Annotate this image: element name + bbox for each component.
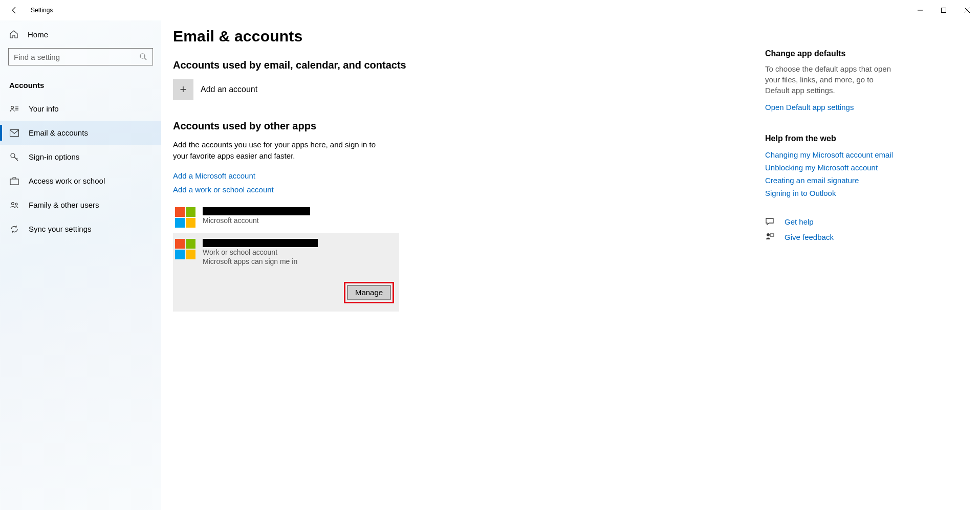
account-row-work-school[interactable]: Work or school account Microsoft apps ca… [173, 233, 399, 312]
window-title: Settings [31, 7, 53, 14]
give-feedback-link[interactable]: Give feedback [785, 233, 834, 241]
open-default-app-settings-link[interactable]: Open Default app settings [765, 101, 960, 114]
help-link[interactable]: Unblocking my Microsoft account [765, 161, 960, 174]
home-icon [9, 30, 18, 39]
give-feedback-row[interactable]: Give feedback [765, 229, 960, 245]
minimize-button[interactable] [908, 2, 932, 18]
account-type-label: Microsoft account [203, 216, 310, 225]
aside-defaults-heading: Change app defaults [765, 43, 960, 63]
sidebar-item-label: Sync your settings [29, 225, 92, 233]
sidebar-item-signin-options[interactable]: Sign-in options [0, 145, 161, 169]
sidebar-item-family-users[interactable]: Family & other users [0, 193, 161, 217]
section-accounts-used-by-apps-heading: Accounts used by other apps [173, 118, 765, 139]
people-icon [9, 201, 19, 209]
mail-icon [9, 129, 19, 137]
sidebar-item-sync-settings[interactable]: Sync your settings [0, 217, 161, 241]
search-input[interactable] [8, 48, 153, 65]
svg-rect-14 [10, 179, 18, 185]
svg-rect-1 [942, 8, 946, 13]
sidebar-section-label: Accounts [0, 73, 161, 97]
svg-line-5 [144, 58, 146, 60]
sync-icon [9, 225, 19, 234]
help-link[interactable]: Changing my Microsoft account email [765, 148, 960, 161]
microsoft-logo-icon [175, 239, 195, 259]
briefcase-icon [9, 177, 19, 185]
svg-point-16 [15, 203, 17, 205]
sidebar-item-label: Sign-in options [29, 152, 79, 161]
get-help-row[interactable]: Get help [765, 214, 960, 229]
account-type-label: Work or school account [203, 248, 318, 256]
account-name-redacted [203, 207, 310, 215]
help-link[interactable]: Creating an email signature [765, 174, 960, 187]
add-account-button[interactable]: + Add an account [173, 78, 765, 118]
window-controls [908, 2, 979, 18]
manage-button-label: Manage [355, 288, 383, 297]
sidebar-item-your-info[interactable]: Your info [0, 97, 161, 121]
svg-line-12 [14, 157, 18, 161]
sidebar-item-email-accounts[interactable]: Email & accounts [0, 121, 161, 145]
aside-help-heading: Help from the web [765, 128, 960, 148]
svg-point-15 [12, 202, 14, 205]
sidebar-item-access-work-school[interactable]: Access work or school [0, 169, 161, 193]
add-work-school-account-link[interactable]: Add a work or school account [173, 183, 765, 202]
sidebar-item-label: Email & accounts [29, 128, 88, 137]
maximize-button[interactable] [932, 2, 955, 18]
feedback-icon [765, 232, 775, 241]
home-label: Home [28, 30, 48, 39]
section-body-text: Add the accounts you use for your apps h… [173, 139, 388, 169]
home-nav[interactable]: Home [0, 20, 161, 48]
search-field[interactable] [14, 53, 139, 61]
sidebar-item-label: Your info [29, 104, 59, 113]
search-icon [139, 53, 147, 61]
main-content: Email & accounts Accounts used by email,… [173, 20, 765, 510]
manage-button[interactable]: Manage [347, 285, 391, 300]
highlight-annotation: Manage [344, 282, 394, 303]
page-title: Email & accounts [173, 24, 765, 57]
sidebar: Home Accounts Your info Email & accounts… [0, 20, 161, 510]
section-accounts-used-by-email-heading: Accounts used by email, calendar, and co… [173, 57, 765, 78]
account-name-redacted [203, 239, 318, 247]
add-account-label: Add an account [201, 85, 257, 94]
svg-rect-18 [770, 234, 774, 236]
account-row-microsoft[interactable]: Microsoft account [173, 202, 399, 233]
aside-defaults-body: To choose the default apps that open you… [765, 63, 898, 101]
chat-icon [765, 217, 775, 226]
titlebar: Settings [0, 0, 980, 20]
sidebar-item-label: Family & other users [29, 201, 99, 209]
svg-point-6 [11, 106, 14, 108]
svg-point-4 [140, 54, 145, 58]
svg-point-17 [767, 234, 770, 236]
svg-point-11 [11, 153, 15, 158]
back-button[interactable] [9, 5, 19, 15]
sidebar-item-label: Access work or school [29, 176, 105, 185]
account-permission-label: Microsoft apps can sign me in [203, 257, 318, 265]
person-card-icon [9, 105, 19, 113]
plus-icon: + [173, 79, 193, 100]
key-icon [9, 152, 19, 162]
close-button[interactable] [955, 2, 979, 18]
microsoft-logo-icon [175, 207, 195, 228]
aside-panel: Change app defaults To choose the defaul… [765, 43, 980, 259]
get-help-link[interactable]: Get help [785, 217, 814, 226]
add-microsoft-account-link[interactable]: Add a Microsoft account [173, 169, 765, 183]
help-link[interactable]: Signing in to Outlook [765, 187, 960, 199]
svg-line-13 [16, 158, 17, 159]
